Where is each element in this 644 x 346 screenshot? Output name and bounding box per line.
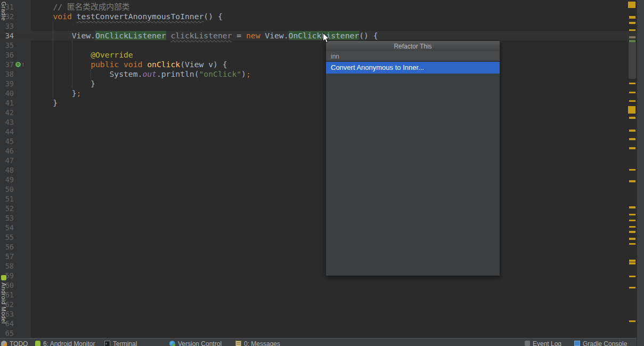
status-bar-item-todo[interactable]: TODO: [1, 341, 28, 346]
code-line[interactable]: 47: [0, 156, 637, 165]
line-number[interactable]: 45: [0, 136, 14, 146]
stripe-marker[interactable]: [629, 36, 635, 38]
code-line[interactable]: 48: [0, 165, 637, 175]
stripe-marker[interactable]: [629, 117, 635, 119]
code-line[interactable]: 64: [0, 319, 637, 328]
stripe-marker[interactable]: [629, 16, 635, 19]
code-line[interactable]: 33: [0, 21, 637, 31]
code-line[interactable]: 65: [0, 328, 637, 338]
stripe-marker[interactable]: [629, 276, 635, 277]
stripe-marker[interactable]: [629, 29, 635, 31]
stripe-marker[interactable]: [629, 238, 635, 240]
stripe-marker[interactable]: [629, 83, 635, 84]
code-line[interactable]: 53: [0, 213, 637, 223]
line-number[interactable]: 44: [0, 127, 14, 136]
code-line[interactable]: 54: [0, 223, 637, 232]
code-line[interactable]: 39 }: [0, 79, 637, 88]
code-line[interactable]: 61: [0, 290, 637, 300]
popup-search-input[interactable]: inn: [326, 51, 500, 62]
stripe-marker[interactable]: [629, 180, 635, 182]
status-bar-item-6-android-monitor[interactable]: 6: Android Monitor: [35, 341, 95, 346]
stripe-marker[interactable]: [629, 206, 635, 208]
line-number[interactable]: 39: [0, 79, 14, 88]
status-bar-item-terminal[interactable]: ›Terminal: [104, 341, 137, 346]
code-line[interactable]: 46: [0, 146, 637, 156]
gradle-tool-button[interactable]: Gradle: [1, 2, 7, 21]
line-number[interactable]: 34: [0, 31, 14, 41]
status-bar-item-gradle-console[interactable]: Gradle Console: [574, 341, 627, 346]
stripe-marker[interactable]: [629, 243, 635, 245]
line-number[interactable]: 33: [0, 21, 14, 31]
stripe-marker[interactable]: [629, 92, 635, 93]
code-line[interactable]: 45: [0, 136, 637, 146]
code-line[interactable]: 35: [0, 41, 637, 50]
code-line[interactable]: 60: [0, 280, 637, 290]
code-line[interactable]: 50: [0, 184, 637, 194]
stripe-marker[interactable]: [629, 130, 635, 132]
code-line[interactable]: 55: [0, 232, 637, 242]
stripe-marker[interactable]: [629, 287, 635, 288]
stripe-marker[interactable]: [628, 106, 635, 114]
code-line[interactable]: 38 System.out.println("onClick");: [0, 69, 637, 79]
code-line[interactable]: 63: [0, 309, 637, 319]
code-line[interactable]: 59: [0, 271, 637, 280]
code-line[interactable]: 42: [0, 108, 637, 117]
code-line[interactable]: 34 View.OnClickListener clickListener = …: [0, 31, 637, 41]
stripe-marker[interactable]: [629, 100, 635, 102]
status-bar-item-0-messages[interactable]: 0: Messages: [235, 341, 280, 346]
line-number[interactable]: 43: [0, 117, 14, 127]
line-number[interactable]: 57: [0, 252, 14, 261]
stripe-marker[interactable]: [629, 320, 635, 322]
stripe-marker[interactable]: [629, 260, 635, 262]
line-number[interactable]: 56: [0, 242, 14, 252]
line-number[interactable]: 42: [0, 108, 14, 117]
scrollbar-thumb[interactable]: [629, 42, 636, 79]
line-number[interactable]: 37: [0, 60, 14, 69]
line-number[interactable]: 51: [0, 194, 14, 204]
code-line[interactable]: 58: [0, 261, 637, 271]
code-line[interactable]: 52: [0, 204, 637, 213]
stripe-marker[interactable]: [629, 169, 635, 171]
line-number[interactable]: 54: [0, 223, 14, 232]
line-number[interactable]: 41: [0, 98, 14, 108]
code-line[interactable]: 31 // 匿名类改成内部类: [0, 2, 637, 12]
stripe-marker[interactable]: [629, 226, 635, 228]
line-number[interactable]: 52: [0, 204, 14, 213]
code-line[interactable]: 51: [0, 194, 637, 204]
stripe-marker[interactable]: [629, 231, 635, 233]
stripe-marker[interactable]: [629, 138, 635, 140]
android-model-tool-button[interactable]: Android Model: [1, 283, 7, 324]
stripe-marker[interactable]: [629, 262, 635, 264]
code-line[interactable]: 62: [0, 300, 637, 309]
code-line[interactable]: 43: [0, 117, 637, 127]
line-number[interactable]: 53: [0, 213, 14, 223]
code-line[interactable]: 37o↑ public void onClick(View v) {: [0, 60, 637, 69]
code-line[interactable]: 49: [0, 175, 637, 184]
line-number[interactable]: 40: [0, 88, 14, 98]
stripe-marker[interactable]: [629, 147, 635, 149]
stripe-marker[interactable]: [629, 22, 635, 24]
code-line[interactable]: 44: [0, 127, 637, 136]
stripe-marker[interactable]: [628, 2, 635, 8]
code-line[interactable]: 57: [0, 252, 637, 261]
line-number[interactable]: 55: [0, 232, 14, 242]
stripe-marker[interactable]: [629, 220, 635, 221]
line-number[interactable]: 58: [0, 261, 14, 271]
status-bar-item-version-control[interactable]: Version Control: [169, 341, 222, 346]
line-number[interactable]: 38: [0, 69, 14, 79]
code-line[interactable]: 41 }: [0, 98, 637, 108]
code-line[interactable]: 32 void testConvertAnonymousToInner() {: [0, 12, 637, 21]
line-number[interactable]: 48: [0, 165, 14, 175]
line-number[interactable]: 65: [0, 328, 14, 338]
code-line[interactable]: 40 };: [0, 88, 637, 98]
popup-menu-item[interactable]: Convert Anonymous to Inner...: [326, 62, 500, 74]
line-number[interactable]: 50: [0, 184, 14, 194]
line-number[interactable]: 36: [0, 50, 14, 60]
line-number[interactable]: 47: [0, 156, 14, 165]
code-line[interactable]: 56: [0, 242, 637, 252]
code-line[interactable]: 36 @Override: [0, 50, 637, 60]
line-number[interactable]: 35: [0, 41, 14, 50]
stripe-marker[interactable]: [629, 214, 635, 215]
overriding-method-icon[interactable]: o↑: [15, 61, 25, 68]
status-bar-item-event-log[interactable]: Event Log: [525, 341, 561, 346]
